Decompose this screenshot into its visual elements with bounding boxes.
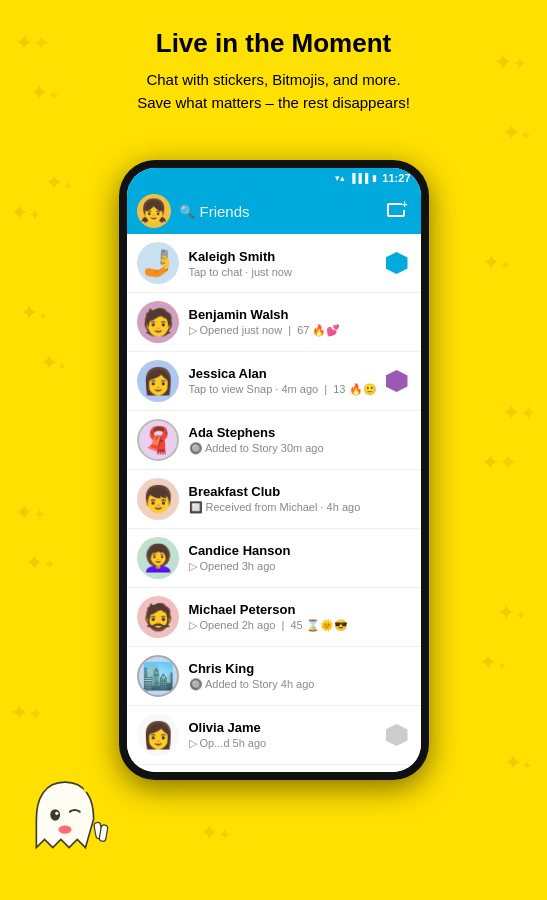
star-decoration-16: ✦ <box>481 450 517 476</box>
friend-action[interactable] <box>383 721 411 749</box>
friend-name: Ada Stephens <box>189 425 377 440</box>
list-item[interactable]: 👩 Olivia Jame ▷ Op...d 5h ago <box>127 706 421 765</box>
promo-subtitle-line2: Save what matters – the rest disappears! <box>137 94 410 111</box>
star-decoration-10: ✦ <box>10 700 43 726</box>
svg-point-1 <box>55 812 58 815</box>
list-item[interactable]: 🤳 Kaleigh Smith Tap to chat · just now <box>127 234 421 293</box>
wifi-icon: ▾▴ <box>335 173 345 183</box>
star-decoration-12: ✦ <box>200 820 231 846</box>
status-time: 11:27 <box>382 172 410 184</box>
svg-point-2 <box>58 826 71 834</box>
signal-icon: ▐▐▐ <box>349 173 368 183</box>
status-bar: ▾▴ ▐▐▐ ▮ 11:27 <box>127 168 421 188</box>
search-area[interactable]: 🔍 Friends <box>179 203 373 220</box>
friend-action <box>383 308 411 336</box>
promo-title: Live in the Moment <box>40 28 507 59</box>
friend-action <box>383 485 411 513</box>
star-decoration-13: ✦ <box>45 170 73 196</box>
friend-name: Candice Hanson <box>189 543 377 558</box>
list-item[interactable]: 🏙️ Chris King 🔘 Added to Story 4h ago <box>127 647 421 706</box>
avatar: 🧣 <box>137 419 179 461</box>
list-item[interactable]: 🧔 Michael Peterson ▷ Opened 2h ago | 45 … <box>127 588 421 647</box>
friend-status: Tap to view Snap · 4m ago | 13 🔥🙂 <box>189 383 377 396</box>
search-icon: 🔍 <box>179 204 195 219</box>
star-decoration-6: ✦ <box>20 300 48 326</box>
avatar: 🤳 <box>137 242 179 284</box>
phone-screen: ▾▴ ▐▐▐ ▮ 11:27 👧 🔍 Friends + <box>127 168 421 772</box>
user-avatar-emoji: 👧 <box>140 198 167 224</box>
avatar: 🧑 <box>137 301 179 343</box>
friend-name: Breakfast Club <box>189 484 377 499</box>
star-decoration-17: ✦ <box>25 550 56 576</box>
friend-status: Tap to chat · just now <box>189 266 377 278</box>
friend-info: Benjamin Walsh ▷ Opened just now | 67 🔥💕 <box>189 307 377 337</box>
promo-subtitle: Chat with stickers, Bitmojis, and more. … <box>40 69 507 114</box>
add-friend-button[interactable]: + <box>381 196 411 226</box>
friend-info: Ada Stephens 🔘 Added to Story 30m ago <box>189 425 377 455</box>
friend-info: Breakfast Club 🔲 Received from Michael ·… <box>189 484 377 514</box>
star-decoration-9: ✦ <box>497 600 527 626</box>
search-label: Friends <box>200 203 250 220</box>
friend-status: 🔘 Added to Story 4h ago <box>189 678 377 691</box>
snap-icon-gray <box>386 724 408 746</box>
friend-action[interactable] <box>383 249 411 277</box>
star-decoration-8: ✦ <box>15 500 46 526</box>
list-item[interactable]: 👩 Jessica Alan Tap to view Snap · 4m ago… <box>127 352 421 411</box>
friend-info: Michael Peterson ▷ Opened 2h ago | 45 ⌛🌞… <box>189 602 377 632</box>
list-item[interactable]: 👩‍🦱 Candice Hanson ▷ Opened 3h ago <box>127 529 421 588</box>
friend-name: Olivia Jame <box>189 720 377 735</box>
list-item[interactable]: 👦 Breakfast Club 🔲 Received from Michael… <box>127 470 421 529</box>
star-decoration-5: ✦ <box>10 200 41 226</box>
friend-name: Michael Peterson <box>189 602 377 617</box>
friend-name: Kaleigh Smith <box>189 249 377 264</box>
svg-text:✦: ✦ <box>81 784 90 796</box>
avatar: 👩‍🦱 <box>137 537 179 579</box>
friends-list: 🤳 Kaleigh Smith Tap to chat · just now 🧑… <box>127 234 421 772</box>
star-decoration-14: ✦ <box>482 250 512 276</box>
star-decoration-7: ✦ <box>502 400 537 426</box>
promo-subtitle-line1: Chat with stickers, Bitmojis, and more. <box>146 71 400 88</box>
friend-info: Jessica Alan Tap to view Snap · 4m ago |… <box>189 366 377 396</box>
friend-status: 🔘 Added to Story 30m ago <box>189 442 377 455</box>
friend-status: ▷ Opened 2h ago | 45 ⌛🌞😎 <box>189 619 377 632</box>
friend-status: ▷ Opened just now | 67 🔥💕 <box>189 324 377 337</box>
friend-action <box>383 544 411 572</box>
app-header: 👧 🔍 Friends + <box>127 188 421 234</box>
phone-device: ▾▴ ▐▐▐ ▮ 11:27 👧 🔍 Friends + <box>119 160 429 780</box>
avatar: 🧔 <box>137 596 179 638</box>
avatar: 👩 <box>137 714 179 756</box>
snap-icon-blue <box>386 252 408 274</box>
friend-action <box>383 662 411 690</box>
friend-name: Chris King <box>189 661 377 676</box>
promo-text-area: Live in the Moment Chat with stickers, B… <box>0 0 547 124</box>
friend-action <box>383 603 411 631</box>
friend-info: Kaleigh Smith Tap to chat · just now <box>189 249 377 278</box>
status-icons: ▾▴ ▐▐▐ ▮ <box>335 173 377 183</box>
star-decoration-18: ✦ <box>479 650 507 676</box>
ghost-mascot: ✦ <box>20 774 110 880</box>
avatar: 👦 <box>137 478 179 520</box>
friend-info: Candice Hanson ▷ Opened 3h ago <box>189 543 377 573</box>
avatar: 🏙️ <box>137 655 179 697</box>
friend-status: 🔲 Received from Michael · 4h ago <box>189 501 377 514</box>
list-item[interactable]: 🧑 Benjamin Walsh ▷ Opened just now | 67 … <box>127 293 421 352</box>
svg-point-0 <box>50 809 60 820</box>
add-icon: + <box>387 203 405 219</box>
friend-action[interactable] <box>383 367 411 395</box>
user-avatar[interactable]: 👧 <box>137 194 171 228</box>
list-item[interactable]: 🧣 Ada Stephens 🔘 Added to Story 30m ago <box>127 411 421 470</box>
friend-status: ▷ Opened 3h ago <box>189 560 377 573</box>
friend-name: Jessica Alan <box>189 366 377 381</box>
friend-info: Chris King 🔘 Added to Story 4h ago <box>189 661 377 691</box>
friend-status: ▷ Op...d 5h ago <box>189 737 377 750</box>
snap-icon-purple <box>386 370 408 392</box>
friend-name: Benjamin Walsh <box>189 307 377 322</box>
friend-info: Olivia Jame ▷ Op...d 5h ago <box>189 720 377 750</box>
battery-icon: ▮ <box>372 173 377 183</box>
friend-action <box>383 426 411 454</box>
star-decoration-15: ✦ <box>40 350 66 376</box>
avatar: 👩 <box>137 360 179 402</box>
star-decoration-11: ✦ <box>504 750 532 776</box>
